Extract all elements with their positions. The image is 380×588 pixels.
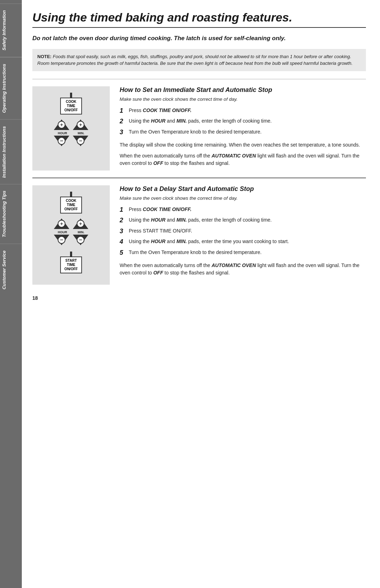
hour-minus-icon-2: − [58,236,65,244]
step-num-2-5: 5 [120,249,127,257]
down-arrows-row-2: − − [54,235,88,245]
sidebar-item-operating[interactable]: Operating Instructions [0,57,22,119]
step-2-1: 1 Press COOK TIME ON/OFF. [120,206,366,214]
arrow-pad-1: + + HOUR MIN. [54,119,88,146]
section2-title: How to Set a Delay Start and Automatic S… [120,185,366,193]
min-label-2: MIN. [78,230,84,234]
hour-label-2: HOUR [58,230,67,234]
diagram-panel-2: COOKTIMEON/OFF + + [32,185,110,285]
note-text: Foods that spoil easily, such as milk, e… [37,54,353,66]
cook-time-label: COOKTIMEON/OFF [60,98,82,114]
hour-minus-icon: − [58,137,65,145]
section1-subtitle: Make sure the oven clock shows the corre… [120,97,366,102]
note-label: NOTE: [37,54,51,59]
arrow-pad-2: + + HOUR MIN. [54,218,88,245]
step-num-2-1: 1 [120,206,127,214]
step-text-2-3: Press START TIME ON/OFF. [129,227,192,234]
step-1-3: 3 Turn the Oven Temperature knob to the … [120,128,366,136]
cook-time-button-diagram: COOKTIMEON/OFF [60,93,82,117]
min-up-group-2: + [73,218,88,229]
min-minus-icon-2: − [77,236,84,244]
page-subtitle: Do not latch the oven door during timed … [32,34,366,43]
hour-up-group-2: + [54,218,69,229]
step-num-2-2: 2 [120,216,127,224]
hour-label: HOUR [58,131,67,135]
sidebar-item-installation[interactable]: Installation Instructions [0,119,22,184]
sidebar-item-troubleshooting[interactable]: Troubleshooting Tips [0,184,22,243]
cook-time-button-diagram-2: COOKTIMEON/OFF [60,192,82,216]
step-text-1-3: Turn the Oven Temperature knob to the de… [129,128,261,135]
section1-content: How to Set an Immediate Start and Automa… [120,86,366,171]
section1-title: How to Set an Immediate Start and Automa… [120,86,366,94]
step-text-2-2: Using the HOUR and MIN. pads, enter the … [129,216,272,223]
step-2-3: 3 Press START TIME ON/OFF. [120,227,366,235]
min-up-group: + [73,119,88,130]
min-label: MIN. [78,131,84,135]
step-text-2-1: Press COOK TIME ON/OFF. [129,206,191,213]
step-num-2-3: 3 [120,227,127,235]
section2-body1: When the oven automatically turns off th… [120,262,366,277]
section1-body2: When the oven automatically turns off th… [120,152,366,167]
min-down-group-2: − [73,235,88,245]
up-arrows-row: + + [54,119,88,130]
cook-time-label-2: COOKTIMEON/OFF [60,197,82,213]
hour-down-arrow[interactable]: − [54,136,69,146]
page-number: 18 [32,295,366,301]
labels-row: HOUR MIN. [58,131,84,135]
hour-down-group-2: − [54,235,69,245]
min-down-arrow-2[interactable]: − [73,235,88,245]
sidebar-item-safety[interactable]: Safety Information [0,4,22,57]
step-text-1-2: Using the HOUR and MIN. pads, enter the … [129,117,272,124]
hour-plus-icon-2: + [58,220,65,228]
step-1-2: 2 Using the HOUR and MIN. pads, enter th… [120,117,366,125]
section2-steps: 1 Press COOK TIME ON/OFF. 2 Using the HO… [120,206,366,257]
step-1-1: 1 Press COOK TIME ON/OFF. [120,107,366,115]
sidebar-item-customer[interactable]: Customer Service [0,244,22,296]
page-title: Using the timed baking and roasting feat… [32,11,366,28]
step-2-5: 5 Turn the Oven Temperature knob to the … [120,249,366,257]
down-arrows-row: − − [54,136,88,146]
labels-row-2: HOUR MIN. [58,230,84,234]
step-text-1-1: Press COOK TIME ON/OFF. [129,107,191,114]
hour-up-group: + [54,119,69,130]
min-down-group: − [73,136,88,146]
section-delay-start: COOKTIMEON/OFF + + [32,178,366,292]
section2-content: How to Set a Delay Start and Automatic S… [120,185,366,285]
step-2-4: 4 Using the HOUR and MIN. pads, enter th… [120,238,366,246]
step-num-2-4: 4 [120,238,127,246]
main-content: Using the timed baking and roasting feat… [22,0,380,588]
start-time-indicator [70,252,72,256]
start-time-button-diagram: STARTTIMEON/OFF [60,252,82,276]
sidebar: Safety Information Operating Instruction… [0,0,22,588]
step-2-2: 2 Using the HOUR and MIN. pads, enter th… [120,216,366,224]
hour-up-arrow-2[interactable]: + [54,218,69,229]
cook-time-indicator [70,93,72,98]
up-arrows-row-2: + + [54,218,88,229]
section-immediate-start: COOKTIMEON/OFF + [32,79,366,178]
min-minus-icon: − [77,137,84,145]
min-plus-icon-2: + [77,220,84,228]
start-time-label: STARTTIMEON/OFF [60,256,82,273]
step-num-1-1: 1 [120,107,127,115]
diagram-panel-1: COOKTIMEON/OFF + [32,86,110,171]
hour-plus-icon: + [58,121,65,129]
step-num-1-2: 2 [120,117,127,125]
hour-down-group: − [54,136,69,146]
section1-body1: The display will show the cooking time r… [120,141,366,149]
note-box: NOTE: Foods that spoil easily, such as m… [32,49,366,71]
hour-down-arrow-2[interactable]: − [54,235,69,245]
min-plus-icon: + [77,121,84,129]
min-up-arrow[interactable]: + [73,119,88,130]
cook-time-indicator-2 [70,192,72,197]
hour-up-arrow[interactable]: + [54,119,69,130]
step-num-1-3: 3 [120,128,127,136]
min-up-arrow-2[interactable]: + [73,218,88,229]
section1-steps: 1 Press COOK TIME ON/OFF. 2 Using the HO… [120,107,366,136]
step-text-2-4: Using the HOUR and MIN. pads, enter the … [129,238,289,245]
step-text-2-5: Turn the Oven Temperature knob to the de… [129,249,261,256]
min-down-arrow[interactable]: − [73,136,88,146]
section2-subtitle: Make sure the oven clock shows the corre… [120,196,366,201]
